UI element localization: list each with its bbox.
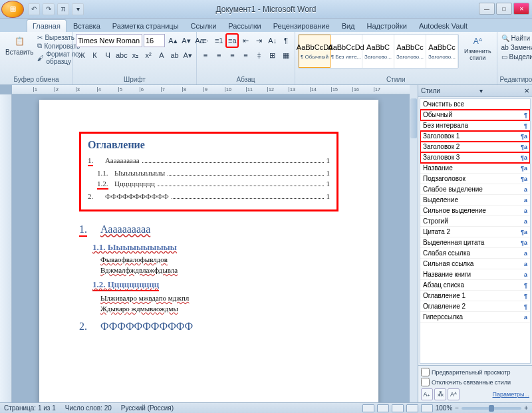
qat-button-3[interactable]: ▾ — [72, 3, 84, 15]
office-button[interactable]: ⊞ — [1, 1, 24, 18]
view-full-screen[interactable] — [377, 404, 389, 412]
style-list-item[interactable]: Заголовок 3¶a — [420, 152, 530, 163]
vertical-ruler[interactable] — [0, 94, 12, 402]
page[interactable]: Оглавление 1.Аааааааааа11.1.Ыыыыыыыыыы11… — [39, 100, 378, 402]
para-btn2-4[interactable]: ‡ — [253, 49, 265, 62]
qat-button-2[interactable]: π — [57, 3, 69, 15]
font-btn2-6[interactable]: A — [156, 49, 168, 62]
style-gallery-item[interactable]: AaBbCcDd¶ Без инте... — [331, 35, 362, 68]
qat-button-0[interactable]: ↶ — [28, 3, 40, 15]
toc-row[interactable]: 1.Аааааааааа1 — [88, 156, 330, 166]
style-gallery-item[interactable]: AaBbCЗаголово... — [362, 35, 394, 68]
para-btn-4[interactable]: ⇥ — [253, 34, 265, 47]
font-btn2-1[interactable]: К — [89, 49, 101, 62]
font-size-select[interactable] — [144, 34, 165, 47]
tab-рассылки[interactable]: Рассылки — [223, 20, 266, 32]
tab-вставка[interactable]: Вставка — [68, 20, 106, 32]
tab-разметка-страницы[interactable]: Разметка страницы — [107, 20, 184, 32]
style-list-item[interactable]: Без интервала¶ — [420, 120, 530, 131]
new-style-button[interactable]: A₊ — [421, 388, 433, 400]
view-outline[interactable] — [406, 404, 418, 412]
style-list-item[interactable]: Строгийa — [420, 216, 530, 227]
font-btn2-3[interactable]: abc — [115, 49, 128, 62]
style-gallery-item[interactable]: AaBbCcЗаголово... — [394, 35, 426, 68]
para-btn2-3[interactable]: ≡ — [239, 49, 251, 62]
style-clear-all[interactable]: Очистить все — [420, 99, 530, 110]
manage-styles-button[interactable]: Aᴬ — [448, 388, 460, 400]
style-list-item[interactable]: Слабая ссылкаa — [420, 248, 530, 259]
pane-close-icon[interactable]: ✕ — [524, 87, 529, 94]
para-btn-6[interactable]: ¶ — [280, 34, 292, 47]
style-list-item[interactable]: Сильная ссылкаa — [420, 259, 530, 269]
font-btn2-7[interactable]: ab — [169, 49, 181, 62]
zoom-slider[interactable] — [462, 407, 521, 410]
tab-рецензирование[interactable]: Рецензирование — [268, 20, 335, 32]
style-list-item[interactable]: Оглавление 2¶ — [420, 301, 530, 312]
style-list-item[interactable]: Гиперссылкаa — [420, 312, 530, 323]
para-btn-2[interactable]: ≡a — [226, 34, 238, 47]
para-btn2-1[interactable]: ≡ — [213, 49, 225, 62]
para-btn2-0[interactable]: ≡ — [200, 49, 211, 62]
font-btn2-2[interactable]: Ч — [102, 49, 114, 62]
toc-row[interactable]: 1.1.Ыыыыыыыыыы1 — [88, 169, 330, 177]
style-list-item[interactable]: Выделениеa — [420, 195, 530, 206]
font-btn2-0[interactable]: Ж — [76, 49, 88, 62]
replace-button[interactable]: abЗаменить — [500, 43, 532, 52]
minimize-button[interactable]: — — [479, 3, 495, 15]
horizontal-ruler[interactable]: 1234567891011121314151617 — [12, 85, 410, 94]
style-list-item[interactable]: Заголовок 1¶a — [420, 131, 530, 142]
para-btn2-2[interactable]: ≡ — [226, 49, 238, 62]
style-list-item[interactable]: Оглавление 1¶ — [420, 291, 530, 301]
style-list-item[interactable]: Слабое выделениеa — [420, 184, 530, 195]
pane-dropdown-icon[interactable]: ▾ — [479, 87, 483, 94]
font-name-select[interactable] — [76, 34, 142, 47]
status-page[interactable]: Страница: 1 из 1 — [4, 404, 56, 412]
font-btn-0[interactable]: A▴ — [166, 34, 180, 47]
zoom-out-button[interactable]: − — [455, 404, 459, 412]
status-word-count[interactable]: Число слов: 20 — [65, 404, 112, 412]
toc-row[interactable]: 2.ФФФФФФФФФФФ1 — [88, 192, 330, 200]
font-btn2-4[interactable]: x₂ — [130, 49, 142, 62]
style-gallery-item[interactable]: AaBbCcЗаголово... — [426, 35, 458, 68]
para-btn2-5[interactable]: ⊞ — [267, 49, 279, 62]
style-list-item[interactable]: Название книгиa — [420, 269, 530, 280]
style-options-link[interactable]: Параметры... — [493, 391, 529, 398]
linked-styles-checkbox[interactable]: Отключить связанные стили — [421, 378, 529, 386]
font-btn-1[interactable]: A▾ — [180, 34, 193, 47]
tab-вид[interactable]: Вид — [336, 20, 360, 32]
view-print-layout[interactable] — [362, 404, 374, 412]
para-btn-0[interactable]: ≡· — [200, 34, 211, 47]
find-button[interactable]: 🔍Найти — [500, 34, 532, 43]
font-btn2-5[interactable]: x² — [142, 49, 154, 62]
style-list-item[interactable]: Выделенная цитата¶a — [420, 237, 530, 248]
style-list-item[interactable]: Название¶a — [420, 163, 530, 174]
zoom-level[interactable]: 100% — [436, 404, 453, 412]
font-btn2-8[interactable]: A▾ — [182, 49, 194, 62]
style-list-item[interactable]: Обычный¶ — [420, 110, 530, 120]
style-list-item[interactable]: Сильное выделениеa — [420, 206, 530, 216]
toc-row[interactable]: 1.2.Цццццццццц1 — [88, 180, 330, 190]
style-list-item[interactable]: Подзаголовок¶a — [420, 174, 530, 184]
tab-надстройки[interactable]: Надстройки — [362, 20, 412, 32]
tab-autodesk-vault[interactable]: Autodesk Vault — [414, 20, 473, 32]
maximize-button[interactable]: □ — [496, 3, 512, 15]
paste-button[interactable]: 📋 Вставить — [3, 34, 36, 65]
style-list-item[interactable]: Абзац списка¶ — [420, 280, 530, 291]
tab-главная[interactable]: Главная — [27, 19, 66, 32]
vertical-scrollbar[interactable] — [410, 85, 418, 402]
style-gallery-item[interactable]: AaBbCcDd¶ Обычный — [299, 35, 331, 68]
zoom-in-button[interactable]: + — [524, 404, 528, 412]
para-btn2-6[interactable]: ▦ — [280, 49, 292, 62]
view-web-layout[interactable] — [392, 404, 404, 412]
view-draft[interactable] — [421, 404, 433, 412]
style-list-item[interactable]: Цитата 2¶a — [420, 227, 530, 237]
qat-button-1[interactable]: ↷ — [43, 3, 55, 15]
change-styles-button[interactable]: Aᴬ Изменить стили — [462, 34, 494, 63]
tab-ссылки[interactable]: Ссылки — [186, 20, 222, 32]
style-list-item[interactable]: Заголовок 2¶a — [420, 142, 530, 152]
para-btn-1[interactable]: ≡1 — [213, 34, 225, 47]
close-button[interactable]: ✕ — [513, 3, 529, 15]
select-button[interactable]: ▭Выделить — [500, 53, 532, 61]
para-btn-5[interactable]: A↓ — [267, 34, 279, 47]
para-btn-3[interactable]: ⇤ — [239, 34, 251, 47]
